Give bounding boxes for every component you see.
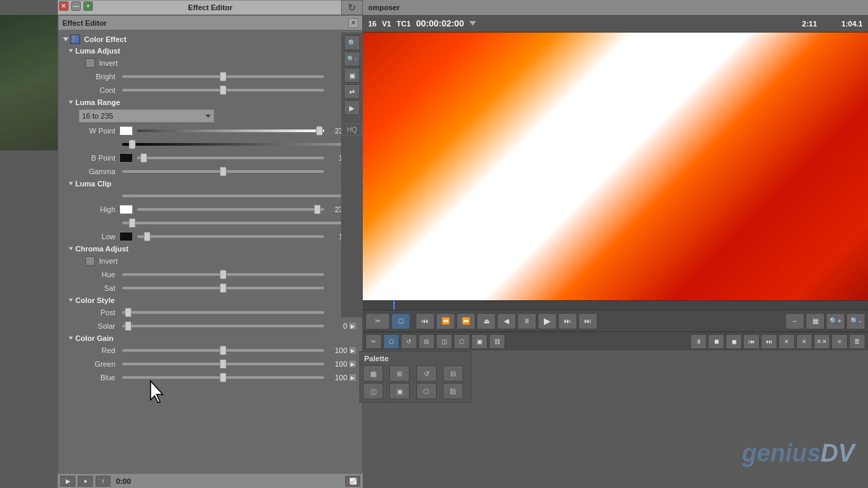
tool-5[interactable]: ◫ <box>436 334 452 349</box>
cursor-bottom-btn[interactable]: I <box>96 476 111 487</box>
tool-go-in[interactable]: ⏮ <box>743 334 760 349</box>
hue-slider[interactable] <box>122 273 324 276</box>
swap-btn[interactable]: ⇄ <box>344 84 360 99</box>
bpoint-top-slider[interactable] <box>122 143 354 146</box>
effect-editor-close[interactable]: ✕ <box>349 18 358 28</box>
luma-range-dropdown[interactable]: 16 to 235 <box>79 109 214 123</box>
gamma-thumb[interactable] <box>220 167 226 176</box>
chroma-adjust-header[interactable]: Chroma Adjust <box>58 243 362 254</box>
tool-8[interactable]: ⛓ <box>489 334 505 349</box>
tool-6[interactable]: ⬡ <box>454 334 470 349</box>
chroma-invert-checkbox[interactable] <box>85 256 95 266</box>
red-arrow[interactable]: ▶ <box>349 346 357 354</box>
green-arrow[interactable]: ▶ <box>349 360 357 368</box>
low-slider[interactable] <box>137 235 324 238</box>
low-thumb[interactable] <box>144 232 151 241</box>
tool-clear-in[interactable]: ✕ <box>778 334 795 349</box>
ffwd-btn[interactable]: ⏩ <box>456 313 475 329</box>
source-btn[interactable]: ⬡ <box>391 313 410 329</box>
tool-4[interactable]: ⊟ <box>418 334 435 349</box>
fit-btn[interactable]: ▣ <box>344 68 360 83</box>
solar-slider[interactable] <box>122 325 324 327</box>
low-top-slider[interactable] <box>122 222 354 224</box>
palette-btn-3[interactable]: ↺ <box>416 365 437 382</box>
record-bottom-btn[interactable]: ● <box>78 476 93 487</box>
palette-btn-7[interactable]: ⬡ <box>416 383 437 399</box>
tool-edit-mode[interactable]: ✂ <box>366 334 382 349</box>
bright-slider[interactable] <box>122 75 324 78</box>
pause-btn[interactable]: ⏸ <box>517 313 536 329</box>
cont-slider[interactable] <box>122 89 324 92</box>
effect-content[interactable]: Color Effect Luma Adjust Invert Bright 0… <box>58 30 362 487</box>
blue-arrow[interactable]: ▶ <box>349 373 357 382</box>
play-btn[interactable]: ▶ <box>538 313 557 329</box>
tool-clear-both[interactable]: ✕✕ <box>814 334 830 349</box>
gamma-slider[interactable] <box>122 170 324 173</box>
solar-thumb[interactable] <box>125 321 132 331</box>
color-effect-header[interactable]: Color Effect <box>58 33 362 45</box>
ffwd2-btn[interactable]: ⏭ <box>578 313 597 329</box>
high-thumb[interactable] <box>314 205 321 214</box>
post-thumb[interactable] <box>125 308 132 317</box>
zoom-in-btn[interactable]: 🔍 <box>344 35 360 50</box>
palette-btn-8[interactable]: ⛓ <box>443 383 463 399</box>
blue-thumb[interactable] <box>220 373 226 382</box>
wpoint-thumb[interactable] <box>316 126 323 136</box>
luma-invert-checkbox[interactable] <box>85 58 95 68</box>
sat-thumb[interactable] <box>220 283 226 293</box>
green-slider[interactable] <box>122 363 324 365</box>
tool-mark-i[interactable]: ⏸ <box>690 334 707 349</box>
zoom-out-btn[interactable]: 🔍- <box>344 52 360 66</box>
layout-btn[interactable]: ▦ <box>806 313 825 329</box>
zoom-in-t[interactable]: 🔍+ <box>826 313 845 329</box>
tool-7[interactable]: ▣ <box>471 334 488 349</box>
go-end-btn[interactable]: ⏭ <box>558 313 577 329</box>
luma-clip-header[interactable]: Luma Clip <box>58 178 362 189</box>
tool-clear-out[interactable]: ✕ <box>796 334 812 349</box>
minimize-button[interactable]: — <box>71 1 81 11</box>
bright-thumb[interactable] <box>220 72 226 81</box>
high-slider[interactable] <box>137 208 324 211</box>
bpoint-slider[interactable] <box>137 157 324 159</box>
tool-mark-clip[interactable]: ◼ <box>726 334 742 349</box>
refresh-button[interactable]: ↻ <box>341 0 363 15</box>
bpoint-thumb[interactable] <box>140 153 147 163</box>
blue-slider[interactable] <box>122 376 324 379</box>
chart-bottom-btn[interactable]: 📈 <box>345 476 360 487</box>
cont-thumb[interactable] <box>220 85 226 95</box>
solar-arrow[interactable]: ▶ <box>349 322 357 330</box>
step-back-btn[interactable]: ◀ <box>497 313 516 329</box>
tool-go-out[interactable]: ⏭ <box>761 334 777 349</box>
palette-btn-2[interactable]: ⊞ <box>389 365 410 382</box>
palette-btn-1[interactable]: ▦ <box>363 365 383 382</box>
zoom-out-t[interactable]: 🔍- <box>846 313 865 329</box>
green-thumb[interactable] <box>220 359 226 369</box>
tool-extra[interactable]: ≣ <box>849 334 865 349</box>
color-gain-header[interactable]: Color Gain <box>58 333 362 344</box>
red-thumb[interactable] <box>220 346 226 355</box>
hue-thumb[interactable] <box>220 270 226 279</box>
tool-source[interactable]: ⬡ <box>383 334 399 349</box>
tool-mark-o[interactable]: ⏹ <box>708 334 724 349</box>
high-top-slider[interactable] <box>122 195 354 197</box>
close-button[interactable]: ✕ <box>59 1 68 11</box>
maximize-button[interactable]: + <box>83 1 93 11</box>
low-top-thumb[interactable] <box>129 218 136 228</box>
palette-btn-5[interactable]: ◫ <box>363 383 383 399</box>
color-style-header[interactable]: Color Style <box>58 295 362 306</box>
tc-dropdown-arrow[interactable] <box>469 21 476 26</box>
go-start-btn[interactable]: ⏮ <box>416 313 435 329</box>
sat-slider[interactable] <box>122 287 324 289</box>
edit-btn[interactable]: ✂ <box>366 313 390 329</box>
scrubber-bar[interactable] <box>363 300 868 310</box>
luma-adjust-header[interactable]: Luma Adjust <box>58 45 362 56</box>
in-out-btn[interactable]: ↔ <box>785 313 804 329</box>
post-slider[interactable] <box>122 311 324 314</box>
play-side-btn[interactable]: ▶ <box>344 100 360 115</box>
tool-3[interactable]: ↺ <box>401 334 417 349</box>
luma-range-header[interactable]: Luma Range <box>58 97 362 108</box>
red-slider[interactable] <box>122 349 324 352</box>
palette-btn-4[interactable]: ⊟ <box>443 365 463 382</box>
hq-toggle[interactable]: HQ <box>342 123 362 136</box>
eject-btn[interactable]: ⏏ <box>477 313 496 329</box>
